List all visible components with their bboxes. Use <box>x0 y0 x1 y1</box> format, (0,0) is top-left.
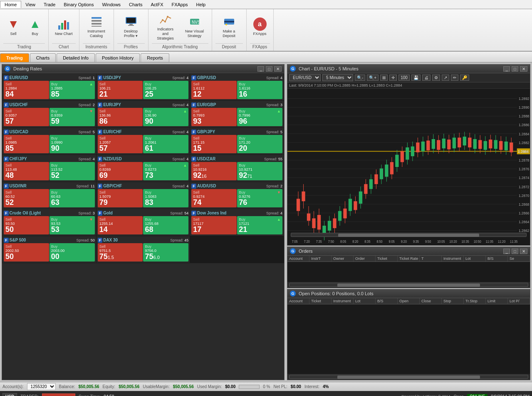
chart-tool3[interactable]: 🔑 <box>460 75 469 81</box>
sell-price-btn[interactable]: Sell 1.6112 12 <box>191 81 237 99</box>
sell-price-btn[interactable]: Sell 0.7993 93 <box>191 108 237 126</box>
tab-trading[interactable]: Trading <box>0 53 29 62</box>
buy-price-btn[interactable]: Buy 10.9271 9271 <box>237 162 282 180</box>
sell-price-btn[interactable]: Sell 106.21 21 <box>98 81 143 99</box>
menu-home[interactable]: Home <box>0 1 21 8</box>
rate-card-usd-jpy[interactable]: FUSD/JPY Spread: 4 Sell 106.21 21 Buy 10… <box>97 74 190 100</box>
buy-button[interactable]: ▲ Buy <box>25 15 45 38</box>
sell-price-btn[interactable]: Sell 171.15 15 <box>191 135 237 153</box>
tab-position-history[interactable]: Position History <box>96 53 140 62</box>
chart-tool1[interactable]: ↗ <box>442 75 449 81</box>
tab-reports[interactable]: Reports <box>141 53 169 62</box>
indicators-button[interactable]: Indicators and Strategies <box>152 11 179 42</box>
chart-zoom-in[interactable]: 🔍+ <box>367 75 379 81</box>
panel-minimize[interactable]: _ <box>257 66 264 72</box>
buy-price-btn[interactable]: Buy 2003.00 00 <box>49 243 95 262</box>
account-select[interactable]: 1255320 <box>27 383 56 390</box>
orders-minimize[interactable]: _ <box>503 249 510 254</box>
chart-minimize[interactable]: _ <box>503 66 510 72</box>
menu-fxapps[interactable]: FXApps <box>167 1 192 8</box>
rate-card-s&p 500[interactable]: FS&P 500 Spread: 50 Sell 2002.50 50 Buy … <box>2 236 96 263</box>
panel-maximize[interactable]: □ <box>266 66 272 72</box>
buy-price-btn[interactable]: Buy ▼ 93.53 53 <box>49 216 95 234</box>
chart-print[interactable]: 🖨 <box>422 75 431 81</box>
rate-card-dow jones ind[interactable]: FDow Jones Ind Spread: 4 Sell 17117 17 B… <box>190 209 284 236</box>
buy-price-btn[interactable]: Buy 1.2061 61 <box>143 135 188 153</box>
rate-card-nzd-usd[interactable]: FNZD/USD Spread: 4 Sell 0.8269 69 Buy ▲ … <box>97 155 190 182</box>
instrument-select[interactable]: EUR/USD <box>289 74 321 81</box>
orders-scrollbar-thumb[interactable] <box>337 284 480 287</box>
rate-card-eur-gbp[interactable]: FEUR/GBP Spread: 3 Sell 0.7993 93 Buy ▲ … <box>190 101 284 127</box>
rate-card-aud-usd[interactable]: FAUD/USD Spread: 2 Sell 0.9274 74 Buy ▼ … <box>190 182 284 209</box>
chart-tool2[interactable]: ✏ <box>451 75 458 81</box>
sell-price-btn[interactable]: Sell 0.9274 74 <box>191 189 237 207</box>
chart-crosshair[interactable]: ✛ <box>389 75 397 81</box>
chart-100[interactable]: 100 <box>398 75 410 81</box>
sell-price-btn[interactable]: Sell 1255.14 14 <box>98 216 143 234</box>
buy-price-btn[interactable]: Buy ▲ 17121 21 <box>237 216 282 234</box>
instrument-catalog-button[interactable]: Instrument Catalog <box>83 13 110 40</box>
sell-price-btn[interactable]: Sell 9751.5 751.5 <box>98 243 143 262</box>
menu-help[interactable]: Help <box>192 1 210 8</box>
buy-price-btn[interactable]: Buy 60.63 63 <box>49 189 95 207</box>
sell-price-btn[interactable]: Sell 17117 17 <box>191 216 237 234</box>
rate-card-eur-chf[interactable]: FEUR/CHF Spread: 4 Sell 1.2057 57 Buy 1.… <box>97 128 190 154</box>
orders-close[interactable]: ✕ <box>520 249 527 254</box>
rate-card-chf-jpy[interactable]: FCHF/JPY Spread: 4 Sell 113.48 48 Buy 11… <box>2 155 96 182</box>
panel-close[interactable]: ✕ <box>274 66 282 72</box>
tab-detailed-info[interactable]: Detailed Info <box>57 53 95 62</box>
new-chart-button[interactable]: New Chart <box>52 15 76 38</box>
chart-scrollbar[interactable] <box>291 233 527 237</box>
buy-price-btn[interactable]: Buy 1.6116 16 <box>237 81 282 99</box>
sell-button[interactable]: ▼ Sell <box>3 15 23 38</box>
make-deposit-button[interactable]: Make a Deposit <box>215 13 243 40</box>
rate-card-eur-jpy[interactable]: FEUR/JPY Spread: 4 Sell 136.86 86 Buy ▲ … <box>97 101 190 127</box>
trader-input[interactable] <box>42 394 75 396</box>
buy-price-btn[interactable]: Buy ▲ 0.7996 96 <box>237 108 282 126</box>
buy-price-btn[interactable]: Buy 9756.0 756.0 <box>143 243 188 262</box>
desktop-profile-button[interactable]: Desktop Profile ▾ <box>117 13 145 40</box>
chart-save[interactable]: 💾 <box>411 75 421 81</box>
sell-price-btn[interactable]: Sell 1.5079 79 <box>98 189 143 207</box>
rate-card-gbp-jpy[interactable]: FGBP/JPY Spread: 5 Sell 171.15 15 Buy 17… <box>190 128 284 154</box>
chart-zoom-out[interactable]: 🔍- <box>355 75 365 81</box>
new-visual-button[interactable]: NVS New Visual Strategy <box>181 13 208 40</box>
sell-price-btn[interactable]: Sell 1.2884 84 <box>4 81 49 99</box>
rate-card-eur-usd[interactable]: FEUR/USD Spread: 1 Sell 1.2884 84 Buy ▲ … <box>2 74 96 100</box>
sell-price-btn[interactable]: Sell 60.52 52 <box>4 189 49 207</box>
orders-scrollbar[interactable] <box>289 283 528 287</box>
rate-card-gbp-chf[interactable]: FGBP/CHF Spread: 4 Sell 1.5079 79 Buy 1.… <box>97 182 190 209</box>
menu-trade[interactable]: Trade <box>40 1 59 8</box>
sell-price-btn[interactable]: Sell 1.2057 57 <box>98 135 143 153</box>
sell-price-btn[interactable]: Sell 1.0985 85 <box>4 135 49 153</box>
buy-price-btn[interactable]: Buy 1.0990 90 <box>49 135 95 153</box>
menu-actfx[interactable]: ActFX <box>147 1 168 8</box>
rate-card-dax 30[interactable]: FDAX 30 Spread: 45 Sell 9751.5 751.5 Buy… <box>97 236 190 263</box>
rate-card-usd-chf[interactable]: FUSD/CHF Spread: 2 Sell 0.9357 57 Buy ▼ … <box>2 101 96 127</box>
sell-price-btn[interactable]: Sell 10.9216 9216 <box>191 162 237 180</box>
chart-fit[interactable]: ⊞ <box>380 75 388 81</box>
orders-restore[interactable]: □ <box>512 249 518 254</box>
buy-price-btn[interactable]: Buy 113.52 52 <box>49 162 95 180</box>
chart-settings[interactable]: ⚙ <box>432 75 440 81</box>
rate-card-usd-zar[interactable]: FUSD/ZAR Spread: 55 Sell 10.9216 9216 Bu… <box>190 155 284 182</box>
menu-view[interactable]: View <box>21 1 40 8</box>
menu-windows[interactable]: Windows <box>98 1 125 8</box>
positions-scrollbar-thumb[interactable] <box>337 376 480 379</box>
buy-price-btn[interactable]: Buy 171.20 20 <box>237 135 282 153</box>
rate-card-usd-cad[interactable]: FUSD/CAD Spread: 5 Sell 1.0985 85 Buy 1.… <box>2 128 96 154</box>
timeframe-select[interactable]: 5 Minutes <box>322 74 353 81</box>
rate-card-crude oil (light[interactable]: FCrude Oil (Light Spread: 3 Sell 93.50 5… <box>2 209 96 236</box>
sell-price-btn[interactable]: Sell 0.8269 69 <box>98 162 143 180</box>
buy-price-btn[interactable]: Buy ▲ 1.2885 85 <box>49 81 95 99</box>
sell-price-btn[interactable]: Sell 2002.50 50 <box>4 243 49 262</box>
rate-card-usd-inr[interactable]: FUSD/INR Spread: 11 Sell 60.52 52 Buy 60… <box>2 182 96 209</box>
rate-card-gold[interactable]: FGold Spread: 54 Sell 1255.14 14 Buy 125… <box>97 209 190 236</box>
rate-card-gbp-usd[interactable]: FGBP/USD Spread: 4 Sell 1.6112 12 Buy 1.… <box>190 74 284 100</box>
fxapps-button[interactable]: a FXApps <box>250 15 270 38</box>
chart-close[interactable]: ✕ <box>520 66 527 72</box>
sell-price-btn[interactable]: Sell 93.50 50 <box>4 216 49 234</box>
chart-restore[interactable]: □ <box>512 66 518 72</box>
chart-body[interactable]: 1.2884 <box>287 89 530 245</box>
buy-price-btn[interactable]: Buy 1255.68 68 <box>143 216 188 234</box>
